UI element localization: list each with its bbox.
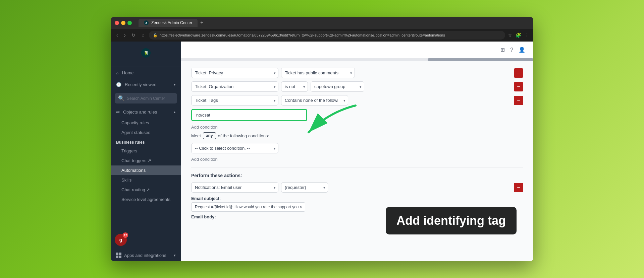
action-field-wrapper: Notifications: Email user — [191, 182, 278, 193]
agent-statuses-label: Agent statuses — [121, 130, 150, 135]
url-text: https://selectivehardware.zendesk.com/ru… — [160, 33, 501, 37]
sidebar-home-label: Home — [122, 70, 134, 75]
perform-actions-title: Perform these actions: — [191, 173, 523, 178]
apps-integrations-label: Apps and integrations — [124, 253, 166, 258]
maximize-window-button[interactable] — [127, 21, 132, 25]
scrollbar-thumb — [428, 58, 533, 61]
tab-favicon: Z — [144, 20, 149, 25]
email-subject-input[interactable] — [191, 202, 305, 212]
address-bar-actions: ☆ 🧩 ⋮ — [508, 32, 529, 38]
add-condition-link-1[interactable]: Add condition — [191, 125, 523, 130]
main-content: ⊞ ? 👤 Ticket: Privacy Tic — [181, 42, 533, 261]
active-tab[interactable]: Z Zendesk Admin Center — [139, 19, 198, 27]
chevron-up-icon: ▴ — [174, 110, 176, 114]
meet-suffix: of the following conditions: — [218, 133, 269, 138]
action-field-select[interactable]: Notifications: Email user — [191, 182, 278, 193]
automations-label: Automations — [121, 168, 146, 173]
sidebar-item-triggers[interactable]: Triggers — [111, 146, 181, 156]
skills-label: Skills — [121, 178, 131, 183]
bookmark-icon[interactable]: ☆ — [508, 32, 512, 38]
chat-triggers-label: Chat triggers ↗ — [121, 158, 151, 163]
condition-operator-1[interactable]: Ticket has public comments — [281, 68, 355, 78]
extensions-icon[interactable]: 🧩 — [516, 32, 521, 38]
user-profile-icon[interactable]: 👤 — [519, 47, 525, 53]
close-window-button[interactable] — [115, 21, 119, 25]
sidebar-item-recently-viewed[interactable]: 🕐 Recently viewed ▾ — [111, 79, 181, 90]
tag-input[interactable] — [192, 110, 306, 120]
condition-operator-3-wrapper: Contains none of the following — [281, 95, 348, 106]
home-icon: ⌂ — [116, 70, 119, 75]
callout-overlay: Add identifying tag — [386, 207, 517, 234]
browser-menu-icon[interactable]: ⋮ — [525, 32, 529, 38]
sidebar-item-objects-rules[interactable]: ⇌ Objects and rules ▴ — [111, 106, 181, 118]
app-container: ⌂ Home 🕐 Recently viewed ▾ 🔍 ⇌ Objects a… — [111, 42, 533, 261]
back-button[interactable]: ‹ — [115, 32, 120, 39]
condition-field-2[interactable]: Ticket: Organization — [191, 81, 278, 92]
sidebar-recently-viewed-label: Recently viewed — [125, 82, 157, 87]
search-box[interactable]: 🔍 — [115, 93, 177, 103]
tag-input-wrapper — [191, 109, 307, 121]
avatar[interactable]: g 17 — [115, 234, 127, 246]
condition-operator-2[interactable]: is not — [281, 81, 308, 92]
home-nav-button[interactable]: ⌂ — [140, 32, 146, 39]
zendesk-logo-icon — [140, 47, 152, 61]
sidebar-item-home[interactable]: ⌂ Home — [111, 67, 181, 79]
user-avatar-area[interactable]: g 17 — [111, 230, 181, 249]
minimize-window-button[interactable] — [121, 21, 125, 25]
sidebar: ⌂ Home 🕐 Recently viewed ▾ 🔍 ⇌ Objects a… — [111, 42, 181, 261]
condition-row-1: Ticket: Privacy Ticket has public commen… — [191, 68, 523, 78]
sidebar-item-skills[interactable]: Skills — [111, 175, 181, 185]
clock-icon: 🕐 — [116, 82, 121, 87]
new-tab-button[interactable]: + — [200, 20, 203, 26]
title-bar: Z Zendesk Admin Center + — [111, 17, 533, 29]
add-condition-link-2[interactable]: Add condition — [191, 157, 523, 162]
sidebar-item-automations[interactable]: Automations — [111, 165, 181, 175]
condition-field-3[interactable]: Ticket: Tags — [191, 95, 278, 106]
business-rules-group: Business rules — [111, 137, 181, 146]
action-value-select[interactable]: (requester) — [281, 182, 328, 193]
any-condition-select[interactable]: -- Click to select condition. -- — [191, 143, 278, 153]
remove-condition-1-button[interactable]: − — [514, 68, 523, 78]
refresh-button[interactable]: ↻ — [130, 32, 137, 39]
action-value-wrapper: (requester) — [281, 182, 328, 193]
search-input[interactable] — [127, 96, 174, 101]
main-header: ⊞ ? 👤 — [181, 42, 533, 58]
sidebar-item-service-level[interactable]: Service level agreements — [111, 195, 181, 204]
sidebar-item-capacity-rules[interactable]: Capacity rules — [111, 118, 181, 128]
forward-button[interactable]: › — [122, 32, 127, 39]
email-subject-label: Email subject: — [191, 196, 523, 201]
sidebar-item-chat-triggers[interactable]: Chat triggers ↗ — [111, 156, 181, 165]
remove-action-button[interactable]: − — [514, 183, 523, 192]
sidebar-item-chat-routing[interactable]: Chat routing ↗ — [111, 185, 181, 195]
condition-row-2: Ticket: Organization is not capetown gro… — [191, 81, 523, 92]
condition-field-1[interactable]: Ticket: Privacy — [191, 68, 278, 78]
remove-condition-3-button[interactable]: − — [514, 96, 523, 105]
condition-field-2-wrapper: Ticket: Organization — [191, 81, 278, 92]
meet-row: Meet any of the following conditions: — [191, 132, 523, 139]
callout-text: Add identifying tag — [396, 214, 506, 227]
remove-condition-2-button[interactable]: − — [514, 82, 523, 91]
traffic-lights — [115, 21, 132, 25]
condition-field-3-wrapper: Ticket: Tags — [191, 95, 278, 106]
security-icon: 🔒 — [153, 33, 158, 38]
condition-row-3: Ticket: Tags Contains none of the follow… — [191, 95, 523, 106]
tag-input-area — [191, 109, 523, 121]
condition-field-1-wrapper: Ticket: Privacy — [191, 68, 278, 78]
sidebar-item-apps-integrations[interactable]: Apps and integrations ▾ — [111, 249, 181, 261]
chat-routing-label: Chat routing ↗ — [121, 187, 150, 192]
tab-title: Zendesk Admin Center — [151, 20, 192, 25]
help-icon[interactable]: ? — [510, 47, 513, 53]
condition-operator-3[interactable]: Contains none of the following — [281, 95, 348, 106]
meet-label: Meet — [191, 133, 201, 138]
address-bar: ‹ › ↻ ⌂ 🔒 https://selectivehardware.zend… — [111, 29, 533, 42]
apps-header-icon[interactable]: ⊞ — [500, 47, 505, 53]
service-level-label: Service level agreements — [121, 197, 170, 202]
sidebar-objects-rules-label: Objects and rules — [123, 110, 157, 115]
condition-operator-2-wrapper: is not — [281, 81, 308, 92]
url-bar[interactable]: 🔒 https://selectivehardware.zendesk.com/… — [149, 31, 505, 40]
sidebar-item-agent-statuses[interactable]: Agent statuses — [111, 128, 181, 137]
condition-value-2-wrapper: capetown group — [311, 81, 364, 92]
meet-any-badge[interactable]: any — [203, 132, 216, 139]
condition-value-2[interactable]: capetown group — [311, 81, 364, 92]
objects-rules-icon: ⇌ — [116, 110, 120, 115]
